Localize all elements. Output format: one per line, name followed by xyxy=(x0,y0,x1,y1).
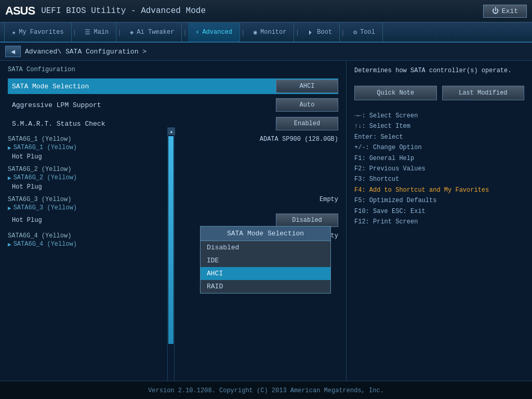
last-modified-button[interactable]: Last Modified xyxy=(442,86,525,100)
quick-note-button[interactable]: Quick Note xyxy=(354,86,437,100)
sata6g3-hotplug-value[interactable]: Disabled xyxy=(276,214,338,227)
dropdown-option-ahci[interactable]: AHCI xyxy=(201,267,330,280)
nav-separator-5: | xyxy=(294,29,300,36)
main-content: SATA Configuration SATA Mode Selection A… xyxy=(0,61,532,381)
ai-tweaker-icon: ◈ xyxy=(130,29,134,36)
nav-label-favorites: My Favorites xyxy=(19,29,63,36)
shortcut-f5: F5: Optimized Defaults xyxy=(354,195,524,206)
shortcut-f12: F12: Print Screen xyxy=(354,217,524,227)
dropdown-option-raid[interactable]: RAID xyxy=(201,280,330,293)
shortcut-change-option: +/-: Change Option xyxy=(354,142,524,153)
sata6g2-arrow-icon: ▶ xyxy=(8,175,11,181)
nav-separator: | xyxy=(72,29,78,36)
shortcuts-panel: →←: Select Screen ↑↓: Select Item Enter:… xyxy=(354,111,524,227)
nav-separator-6: | xyxy=(340,29,346,36)
sata6g2-sub-label: SATA6G_2 (Yellow) xyxy=(14,174,77,181)
right-panel: Determines how SATA controller(s) operat… xyxy=(346,61,532,381)
footer: Version 2.10.1208. Copyright (C) 2013 Am… xyxy=(0,381,532,399)
tool-icon: ⚙ xyxy=(353,29,357,36)
asus-logo: ASUS xyxy=(5,4,35,18)
nav-item-ai-tweaker[interactable]: ◈ Ai Tweaker xyxy=(123,23,182,42)
sata6g3-arrow-icon: ▶ xyxy=(8,205,11,211)
nav-separator-2: | xyxy=(116,29,123,36)
nav-label-monitor: Monitor xyxy=(260,29,286,36)
nav-item-tool[interactable]: ⚙ Tool xyxy=(346,23,383,42)
scrollbar-thumb[interactable] xyxy=(168,136,174,344)
advanced-icon: ⚡ xyxy=(195,29,199,36)
header: ASUS UEFI BIOS Utility - Advanced Mode ⏻… xyxy=(0,0,532,23)
breadcrumb: Advanced\ SATA Configuration > xyxy=(25,48,147,56)
dropdown-option-ide[interactable]: IDE xyxy=(201,254,330,267)
sata6g1-device: ADATA SP900 (128.0GB) xyxy=(260,136,338,143)
main-icon: ☰ xyxy=(85,29,90,36)
header-title: UEFI BIOS Utility - Advanced Mode xyxy=(41,6,483,16)
shortcut-select-item: ↑↓: Select Item xyxy=(354,121,524,131)
navbar: ★ My Favorites | ☰ Main | ◈ Ai Tweaker |… xyxy=(0,23,532,43)
sata6g3-hotplug-label: Hot Plug xyxy=(8,217,276,224)
monitor-icon: ◉ xyxy=(254,29,257,36)
favorites-icon: ★ xyxy=(12,29,16,36)
nav-item-boot[interactable]: ⏵ Boot xyxy=(300,23,340,42)
sata-mode-label: SATA Mode Selection xyxy=(8,81,276,92)
nav-item-favorites[interactable]: ★ My Favorites xyxy=(4,23,72,42)
scrollbar[interactable]: ▲ ▼ xyxy=(167,127,175,381)
shortcut-f1: F1: General Help xyxy=(354,153,524,164)
nav-separator-4: | xyxy=(240,29,246,36)
aggressive-lpm-label: Aggressive LPM Support xyxy=(8,99,276,111)
left-panel: SATA Configuration SATA Mode Selection A… xyxy=(0,61,346,381)
sata6g4-arrow-icon: ▶ xyxy=(8,241,11,248)
sata-mode-value[interactable]: AHCI xyxy=(276,79,338,93)
back-button[interactable]: ◄ xyxy=(5,46,21,57)
smart-status-value[interactable]: Enabled xyxy=(276,117,338,130)
sata6g3-device: Empty xyxy=(320,196,338,203)
boot-icon: ⏵ xyxy=(308,29,314,36)
shortcut-select-screen: →←: Select Screen xyxy=(354,111,524,121)
dropdown-option-disabled[interactable]: Disabled xyxy=(201,241,330,254)
breadcrumb-bar: ◄ Advanced\ SATA Configuration > xyxy=(0,43,532,61)
sata-mode-row[interactable]: SATA Mode Selection AHCI xyxy=(8,78,338,94)
shortcut-f4: F4: Add to Shortcut and My Favorites xyxy=(354,185,524,195)
sata6g1-arrow-icon: ▶ xyxy=(8,144,11,151)
nav-item-main[interactable]: ☰ Main xyxy=(77,23,116,42)
button-row: Quick Note Last Modified xyxy=(354,86,524,100)
sata6g3-sub-label: SATA6G_3 (Yellow) xyxy=(14,204,77,211)
help-text: Determines how SATA controller(s) operat… xyxy=(354,66,524,75)
nav-separator-3: | xyxy=(182,29,188,36)
shortcut-f10: F10: Save ESC: Exit xyxy=(354,206,524,217)
sata6g1-sub-label: SATA6G_1 (Yellow) xyxy=(14,144,77,151)
dropdown-title: SATA Mode Selection xyxy=(201,227,330,241)
aggressive-lpm-row[interactable]: Aggressive LPM Support Auto xyxy=(8,97,338,113)
sata6g1-header-label: SATA6G_1 (Yellow) xyxy=(8,136,260,143)
section-title: SATA Configuration xyxy=(8,66,338,73)
scrollbar-arrow-up[interactable]: ▲ xyxy=(168,128,175,135)
shortcut-enter: Enter: Select xyxy=(354,132,524,142)
footer-text: Version 2.10.1208. Copyright (C) 2013 Am… xyxy=(148,387,384,394)
sata6g4-sub-label: SATA6G_4 (Yellow) xyxy=(14,241,77,248)
nav-label-boot: Boot xyxy=(317,29,332,36)
nav-label-main: Main xyxy=(94,29,109,36)
exit-button[interactable]: ⏻ Exit xyxy=(483,5,527,18)
aggressive-lpm-value[interactable]: Auto xyxy=(276,98,338,112)
nav-item-advanced[interactable]: ⚡ Advanced xyxy=(188,23,240,42)
nav-label-tool: Tool xyxy=(360,29,375,36)
shortcut-f3: F3: Shortcut xyxy=(354,174,524,184)
nav-item-monitor[interactable]: ◉ Monitor xyxy=(246,23,295,42)
exit-icon: ⏻ xyxy=(492,7,499,15)
exit-label: Exit xyxy=(502,7,518,15)
sata6g3-header-label: SATA6G_3 (Yellow) xyxy=(8,196,320,203)
nav-label-ai-tweaker: Ai Tweaker xyxy=(137,29,174,36)
nav-label-advanced: Advanced xyxy=(202,29,232,36)
shortcut-f2: F2: Previous Values xyxy=(354,164,524,174)
smart-status-label: S.M.A.R.T. Status Check xyxy=(8,118,276,130)
sata-mode-dropdown: SATA Mode Selection Disabled IDE AHCI RA… xyxy=(200,226,331,294)
